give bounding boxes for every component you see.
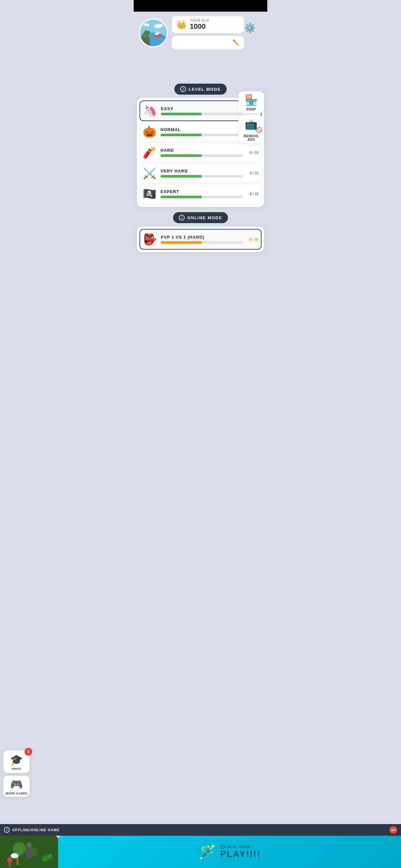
level-info-very_hard: VERY HARD: [160, 168, 243, 178]
header: 👑 YOUR ELO 1000 ✏️ ⚙️: [134, 11, 267, 53]
side-buttons: 🏪 SHOP 📺 🚫 REMOVE ADS: [238, 91, 264, 144]
online-mode-title: ONLINE MODE: [187, 215, 222, 220]
remove-ads-label: REMOVE ADS: [240, 134, 262, 142]
progress-fill-hard: [160, 154, 202, 157]
bottom-spacer: [137, 256, 264, 324]
elo-value: 1000: [190, 22, 209, 31]
pencil-icon: ✏️: [233, 39, 240, 46]
elo-label: YOUR ELO: [190, 19, 209, 22]
online-info-pvp: PVP 1 VS 1 (HARD): [161, 235, 243, 244]
level-info-hard: HARD: [160, 148, 243, 157]
header-right: 👑 YOUR ELO 1000 ✏️: [172, 16, 244, 50]
progress-bg-hard: [160, 154, 243, 157]
svg-point-12: [144, 23, 150, 27]
online-icon-pvp: 👺: [143, 233, 157, 246]
level-info-expert: EXPERT: [160, 189, 243, 198]
svg-point-11: [158, 24, 163, 27]
level-icon-easy: 🦄: [143, 104, 157, 117]
level-score-very_hard: 8 / 16: [247, 171, 258, 175]
level-mode-title: LEVEL MODE: [189, 87, 220, 92]
elo-info: YOUR ELO 1000: [190, 19, 209, 31]
level-row-very_hard[interactable]: ⚔️ VERY HARD 8 / 16: [140, 163, 261, 183]
online-card: 👺 PVP 1 VS 1 (HARD) 8 / 16: [137, 226, 264, 252]
progress-fill-expert: [160, 196, 202, 198]
level-mode-info-icon[interactable]: i: [180, 86, 186, 92]
progress-bg-expert: [160, 196, 243, 198]
level-score-expert: 8 / 16: [247, 192, 258, 196]
settings-button[interactable]: ⚙️: [243, 21, 257, 35]
progress-fill-normal: [160, 134, 202, 136]
online-mode-info-icon[interactable]: i: [179, 215, 185, 221]
online-name-pvp: PVP 1 VS 1 (HARD): [161, 235, 243, 240]
progress-bg-very_hard: [160, 175, 243, 178]
progress-fill-easy: [161, 113, 202, 115]
progress-bg-normal: [160, 134, 243, 136]
level-icon-normal: 🎃: [143, 125, 157, 138]
online-progress-bg-pvp: [161, 241, 243, 244]
remove-ads-button[interactable]: 📺 🚫 REMOVE ADS: [238, 116, 264, 144]
svg-rect-9: [155, 33, 158, 35]
level-name-hard: HARD: [160, 148, 243, 153]
level-info-easy: EASY: [161, 106, 243, 115]
level-row-hard[interactable]: 🧨 HARD 8 / 16: [140, 143, 261, 162]
online-score-pvp: 8 / 16: [247, 237, 258, 241]
shop-label: SHOP: [246, 107, 256, 111]
shop-icon: 🏪: [245, 94, 258, 106]
progress-fill-very_hard: [160, 175, 202, 178]
level-score-hard: 8 / 16: [247, 151, 258, 154]
name-input-box[interactable]: ✏️: [172, 36, 244, 50]
online-progress-fill-pvp: [161, 241, 202, 244]
online-mode-header: i ONLINE MODE: [173, 212, 228, 223]
level-name-expert: EXPERT: [160, 189, 243, 194]
level-row-expert[interactable]: 🏴‍☠️ EXPERT 8 / 16: [140, 184, 261, 204]
level-name-normal: NORMAL: [160, 127, 243, 132]
level-mode-header: i LEVEL MODE: [174, 84, 226, 95]
elo-box: 👑 YOUR ELO 1000: [172, 16, 244, 33]
level-name-easy: EASY: [161, 106, 243, 111]
spacer-top: [134, 53, 267, 79]
level-name-very_hard: VERY HARD: [160, 168, 243, 174]
level-icon-expert: 🏴‍☠️: [143, 187, 157, 200]
avatar[interactable]: [139, 19, 168, 48]
level-icon-very_hard: ⚔️: [143, 166, 157, 180]
level-info-normal: NORMAL: [160, 127, 243, 136]
svg-marker-3: [140, 37, 150, 46]
online-row-pvp[interactable]: 👺 PVP 1 VS 1 (HARD) 8 / 16: [140, 229, 261, 250]
svg-rect-6: [154, 35, 161, 37]
level-icon-hard: 🧨: [143, 146, 157, 159]
crown-icon: 👑: [176, 20, 187, 30]
gear-icon: ⚙️: [244, 23, 256, 33]
status-bar: [134, 0, 267, 11]
progress-bg-easy: [161, 113, 243, 115]
shop-button[interactable]: 🏪 SHOP: [238, 91, 264, 113]
